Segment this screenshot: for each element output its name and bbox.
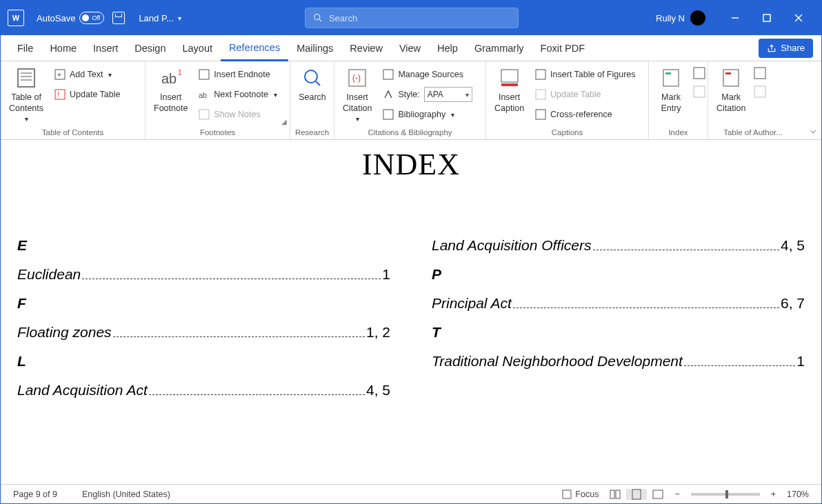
insert-endnote-button[interactable]: Insert Endnote (196, 65, 280, 83)
user-account[interactable]: Rully N (656, 10, 705, 26)
svg-text:+: + (57, 71, 61, 79)
search-input[interactable]: Search (305, 8, 519, 28)
tab-layout[interactable]: Layout (174, 35, 221, 61)
tab-insert[interactable]: Insert (85, 35, 126, 61)
dialog-launcher-icon[interactable]: ◢ (281, 118, 287, 125)
read-mode-button[interactable] (604, 490, 626, 499)
svg-rect-27 (536, 70, 545, 79)
insert-authorities-icon[interactable] (754, 67, 766, 79)
mark-entry-button[interactable]: Mark Entry (652, 64, 690, 116)
minimize-button[interactable] (719, 1, 751, 35)
insert-table-figures-button[interactable]: Insert Table of Figures (532, 65, 638, 83)
tab-view[interactable]: View (391, 35, 429, 61)
bibliography-button[interactable]: Bibliography▾ (380, 105, 474, 123)
index-entry: Traditional Neighborhood Development1 (432, 353, 805, 370)
ribbon: Table of Contents▾ +Add Text▾ !Update Ta… (1, 61, 821, 140)
share-icon (767, 43, 776, 53)
update-index-icon[interactable] (693, 85, 705, 98)
show-notes-icon (199, 109, 210, 120)
mark-citation-button[interactable]: Mark Citation (711, 64, 751, 116)
svg-text:(-): (-) (352, 73, 361, 83)
insert-index-icon[interactable] (693, 67, 705, 79)
web-layout-button[interactable] (647, 490, 669, 499)
footnote-icon: ab1 (160, 67, 182, 89)
titlebar: W AutoSave Off Land P... ▾ Search Rully … (1, 1, 821, 35)
svg-rect-33 (694, 86, 705, 97)
svg-rect-3 (763, 14, 770, 21)
zoom-out-button[interactable]: − (669, 490, 685, 499)
collapse-ribbon-icon[interactable]: ⌵ (810, 124, 816, 135)
zoom-in-button[interactable]: + (765, 490, 781, 499)
group-label-captions: Captions (489, 127, 645, 139)
insert-footnote-button[interactable]: ab1 Insert Footnote (148, 64, 193, 116)
svg-rect-28 (536, 90, 545, 99)
svg-rect-38 (563, 490, 571, 498)
insert-caption-button[interactable]: Insert Caption (489, 64, 530, 116)
next-footnote-button[interactable]: abNext Footnote▾ (196, 85, 280, 103)
update-caption-table-button: Update Table (532, 85, 638, 103)
document-canvas[interactable]: INDEX E Euclidean1 F Floating zones1, 2 … (1, 140, 821, 471)
insert-citation-button[interactable]: (-) Insert Citation▾ (337, 64, 377, 125)
svg-rect-25 (501, 70, 518, 82)
focus-icon (561, 489, 572, 500)
tab-home[interactable]: Home (41, 35, 85, 61)
svg-rect-30 (663, 70, 679, 86)
print-layout-icon (632, 489, 641, 500)
share-button[interactable]: Share (759, 39, 813, 58)
citation-style-select[interactable]: Style: APA (380, 85, 474, 103)
maximize-button[interactable] (751, 1, 783, 35)
focus-mode-button[interactable]: Focus (556, 489, 604, 500)
page-indicator[interactable]: Page 9 of 9 (8, 490, 63, 499)
style-dropdown[interactable]: APA (424, 87, 472, 102)
search-button[interactable]: Search (293, 64, 332, 104)
zoom-level[interactable]: 170% (781, 490, 814, 499)
update-icon: ! (54, 89, 66, 100)
update-authorities-icon[interactable] (754, 85, 766, 98)
table-of-contents-button[interactable]: Table of Contents▾ (3, 64, 49, 125)
index-letter: T (432, 324, 805, 341)
print-layout-button[interactable] (626, 489, 647, 500)
tab-help[interactable]: Help (429, 35, 466, 61)
svg-rect-39 (610, 490, 614, 498)
group-label-toc: Table of Contents (3, 127, 142, 139)
document-title[interactable]: Land P... ▾ (139, 13, 181, 23)
index-entry: Land Acquisition Officers4, 5 (432, 237, 805, 254)
svg-rect-24 (383, 110, 393, 119)
language-indicator[interactable]: English (United States) (77, 490, 176, 499)
cross-reference-button[interactable]: Cross-reference (532, 105, 638, 123)
tab-mailings[interactable]: Mailings (288, 35, 341, 61)
tab-review[interactable]: Review (341, 35, 391, 61)
svg-rect-16 (199, 70, 209, 79)
index-letter: L (17, 353, 390, 370)
update-table-button[interactable]: !Update Table (52, 85, 123, 103)
tab-references[interactable]: References (221, 36, 288, 61)
manage-sources-button[interactable]: Manage Sources (380, 65, 474, 83)
save-icon[interactable] (112, 12, 125, 24)
svg-rect-18 (199, 110, 209, 119)
svg-text:ab: ab (199, 91, 207, 99)
close-button[interactable] (783, 1, 814, 35)
menu-tabs: File Home Insert Design Layout Reference… (1, 35, 821, 61)
tab-foxit[interactable]: Foxit PDF (532, 35, 593, 61)
tab-grammarly[interactable]: Grammarly (466, 35, 532, 61)
svg-rect-40 (616, 490, 620, 498)
web-layout-icon (652, 490, 663, 499)
index-entry: Land Acquisition Act4, 5 (17, 382, 390, 399)
add-text-icon: + (54, 69, 66, 80)
autosave-toggle[interactable]: AutoSave Off (37, 12, 104, 24)
show-notes-button: Show Notes (196, 105, 280, 123)
svg-line-20 (316, 81, 320, 85)
citation-icon: (-) (346, 67, 368, 89)
zoom-slider[interactable] (691, 493, 760, 496)
tab-file[interactable]: File (9, 35, 41, 61)
add-text-button[interactable]: +Add Text▾ (52, 65, 123, 83)
svg-line-1 (319, 19, 321, 21)
svg-rect-37 (754, 86, 765, 97)
svg-rect-26 (501, 83, 518, 86)
bibliography-icon (383, 109, 394, 120)
group-label-research: Research (293, 127, 331, 139)
index-letter: F (17, 295, 390, 312)
tab-design[interactable]: Design (126, 35, 174, 61)
svg-rect-32 (694, 68, 705, 79)
next-footnote-icon: ab (199, 89, 210, 100)
